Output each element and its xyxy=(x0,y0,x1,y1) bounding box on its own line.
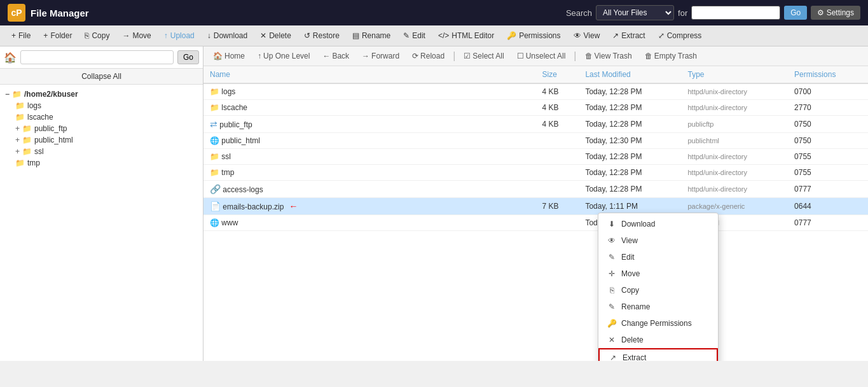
file-name-cell[interactable]: 🌐 www xyxy=(203,215,536,231)
toolbar-view-btn[interactable]: 👁 View xyxy=(568,29,605,43)
toolbar-upload-btn[interactable]: ↑ Upload xyxy=(159,29,200,43)
table-row[interactable]: 📁 logs 4 KB Today, 12:28 PM httpd/unix-d… xyxy=(203,83,868,100)
file-tree: − 📁 /home2/kbuser 📁 logs 📁 lscache + 📁 p… xyxy=(0,85,203,172)
file-toolbar-reload-btn[interactable]: ⟳ Reload xyxy=(408,50,449,62)
arrow-indicator: ← xyxy=(289,201,298,211)
file-toolbar-view-trash-btn[interactable]: 🗑 View Trash xyxy=(581,50,637,62)
table-row[interactable]: 🔗 access-logs Today, 12:28 PM httpd/unix… xyxy=(203,181,868,198)
table-row[interactable]: 🌐 public_html Today, 12:30 PM publichtml… xyxy=(203,133,868,149)
toolbar-restore-btn[interactable]: ↺ Restore xyxy=(299,29,345,43)
folder-icon: 📁 xyxy=(15,113,25,122)
col-permissions-header[interactable]: Permissions xyxy=(788,66,868,83)
toolbar-rename-btn[interactable]: ▤ Rename xyxy=(347,29,396,43)
file-type-cell: httpd/unix-directory xyxy=(681,100,788,116)
sidebar-go-button[interactable]: Go xyxy=(177,50,199,64)
path-input[interactable] xyxy=(20,50,174,64)
file-type-cell: httpd/unix-directory xyxy=(681,165,788,181)
table-row[interactable]: 📁 tmp Today, 12:28 PM httpd/unix-directo… xyxy=(203,165,868,181)
file-toolbar-forward-btn[interactable]: → Forward xyxy=(357,50,404,62)
file-name-cell[interactable]: 📁 tmp xyxy=(203,165,536,181)
context-menu-permissions-label: Change Permissions xyxy=(621,319,692,328)
search-scope-select[interactable]: All Your Files File Names Only xyxy=(596,5,674,20)
context-menu-change-permissions[interactable]: 🔑 Change Permissions xyxy=(598,315,718,332)
file-name-cell[interactable]: 🌐 public_html xyxy=(203,133,536,149)
file-size-cell: 4 KB xyxy=(536,116,579,133)
search-go-button[interactable]: Go xyxy=(784,6,807,20)
tree-item-tmp[interactable]: 📁 tmp xyxy=(15,157,198,169)
col-size-header[interactable]: Size xyxy=(536,66,579,83)
context-menu-delete[interactable]: ✕ Delete xyxy=(598,332,718,348)
context-menu-download[interactable]: ⬇ Download xyxy=(598,216,718,232)
toolbar-edit-btn[interactable]: ✎ Edit xyxy=(398,29,431,43)
reload-icon: ⟳ xyxy=(412,52,418,60)
file-type-cell: publicftp xyxy=(681,116,788,133)
context-menu-rename[interactable]: ✎ Rename xyxy=(598,299,718,315)
toolbar-permissions-btn[interactable]: 🔑 Permissions xyxy=(502,29,565,43)
toolbar-download-btn[interactable]: ↓ Download xyxy=(202,29,252,43)
file-name-cell[interactable]: ⇄ public_ftp xyxy=(203,116,536,133)
toolbar-extract-btn[interactable]: ↗ Extract xyxy=(607,29,650,43)
context-menu-edit[interactable]: ✎ Edit xyxy=(598,249,718,265)
file-toolbar-unselect-all-btn[interactable]: ☐ Unselect All xyxy=(513,50,570,62)
search-input[interactable] xyxy=(691,6,780,20)
table-row[interactable]: 🌐 www Today, 12:28 PM publichtml 0777 xyxy=(203,215,868,231)
tree-item-public-ftp[interactable]: + 📁 public_ftp xyxy=(15,123,198,134)
for-label: for xyxy=(678,8,687,18)
context-menu-move-label: Move xyxy=(621,269,640,278)
settings-button[interactable]: ⚙ Settings xyxy=(811,6,860,20)
context-menu-copy[interactable]: ⎘ Copy xyxy=(598,282,718,299)
context-menu-view[interactable]: 👁 View xyxy=(598,232,718,249)
tree-root-item[interactable]: − 📁 /home2/kbuser xyxy=(5,88,198,100)
file-name-cell[interactable]: 🔗 access-logs xyxy=(203,181,536,198)
context-menu-download-label: Download xyxy=(621,220,655,229)
cpanel-logo: cP xyxy=(8,4,25,22)
tree-item-ssl[interactable]: + 📁 ssl xyxy=(15,146,198,157)
file-toolbar-back-btn[interactable]: ← Back xyxy=(318,50,354,62)
tree-item-public-html[interactable]: + 📁 public_html xyxy=(15,134,198,146)
table-row[interactable]: 📄 emails-backup.zip← 7 KB Today, 1:11 PM… xyxy=(203,198,868,215)
globe-icon: 🌐 xyxy=(210,136,219,145)
col-name-header[interactable]: Name xyxy=(203,66,536,83)
toolbar-html-editor-btn[interactable]: </> HTML Editor xyxy=(433,29,499,43)
col-type-header[interactable]: Type xyxy=(681,66,788,83)
tree-item-lscache[interactable]: 📁 lscache xyxy=(15,111,198,123)
file-name-cell[interactable]: 📁 ssl xyxy=(203,149,536,165)
file-permissions-cell: 2770 xyxy=(788,100,868,116)
file-permissions-cell: 0777 xyxy=(788,215,868,231)
col-modified-header[interactable]: Last Modified xyxy=(579,66,681,83)
arrows-icon: ⇄ xyxy=(210,119,217,129)
toolbar-move-btn[interactable]: → Move xyxy=(117,29,156,43)
toolbar-folder-btn[interactable]: + Folder xyxy=(38,29,77,43)
file-name-cell[interactable]: 📁 logs xyxy=(203,83,536,100)
toolbar-copy-btn[interactable]: ⎘ Copy xyxy=(79,29,114,43)
file-toolbar-up-btn[interactable]: ↑ Up One Level xyxy=(253,50,314,62)
file-permissions-cell: 0700 xyxy=(788,83,868,100)
collapse-all-button[interactable]: Collapse All xyxy=(0,69,203,85)
delete-icon: ✕ xyxy=(260,31,266,40)
search-area: Search All Your Files File Names Only fo… xyxy=(566,5,860,20)
globe-icon: 🌐 xyxy=(210,218,219,227)
folder-icon: 📁 xyxy=(210,168,219,177)
edit-icon: ✎ xyxy=(403,31,410,40)
file-name-cell[interactable]: 📁 lscache xyxy=(203,100,536,116)
file-toolbar-select-all-btn[interactable]: ☑ Select All xyxy=(459,50,508,62)
context-menu-extract[interactable]: ↗ Extract xyxy=(598,348,718,361)
file-type-cell: httpd/unix-directory xyxy=(681,83,788,100)
table-row[interactable]: ⇄ public_ftp 4 KB Today, 12:28 PM public… xyxy=(203,116,868,133)
root-path-label: /home2/kbuser xyxy=(24,90,78,99)
home-nav-icon[interactable]: 🏠 xyxy=(4,52,17,64)
expand-icon: + xyxy=(15,136,20,144)
toolbar-delete-btn[interactable]: ✕ Delete xyxy=(255,29,296,43)
home-icon: 🏠 xyxy=(213,52,223,60)
special-icon: 🔗 xyxy=(210,184,221,194)
file-name-cell[interactable]: 📄 emails-backup.zip← xyxy=(203,198,536,215)
table-row[interactable]: 📁 lscache 4 KB Today, 12:28 PM httpd/uni… xyxy=(203,100,868,116)
toolbar-file-btn[interactable]: + File xyxy=(6,29,36,43)
tree-item-logs[interactable]: 📁 logs xyxy=(15,100,198,111)
toolbar-compress-btn[interactable]: ⤢ Compress xyxy=(653,29,707,43)
copy-cm-icon: ⎘ xyxy=(607,286,616,295)
file-toolbar-home-btn[interactable]: 🏠 Home xyxy=(209,50,249,62)
context-menu-move[interactable]: ✛ Move xyxy=(598,265,718,282)
file-toolbar-empty-trash-btn[interactable]: 🗑 Empty Trash xyxy=(640,50,701,62)
table-row[interactable]: 📁 ssl Today, 12:28 PM httpd/unix-directo… xyxy=(203,149,868,165)
